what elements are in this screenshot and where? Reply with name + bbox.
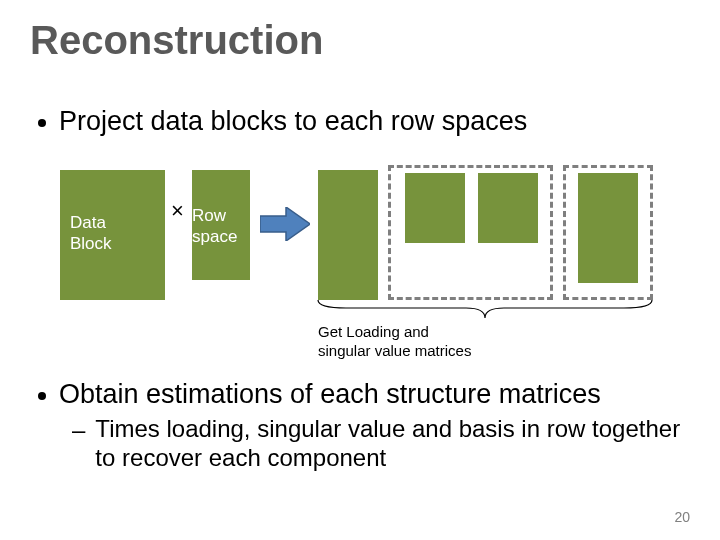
svg-marker-0	[260, 207, 310, 241]
page-number: 20	[674, 509, 690, 525]
proj-rect-1	[318, 170, 378, 300]
bullet-1-text: Project data blocks to each row spaces	[59, 105, 527, 137]
arrow-icon	[260, 207, 310, 241]
data-block-rect: DataBlock	[60, 170, 165, 300]
sub-bullet-1-text: Times loading, singular value and basis …	[95, 415, 685, 473]
brace-icon	[316, 298, 654, 320]
bullet-dot-icon	[38, 392, 46, 400]
slide-title: Reconstruction	[30, 18, 323, 63]
proj-rect-4	[578, 173, 638, 283]
proj-rect-3	[478, 173, 538, 243]
dash-icon: –	[72, 416, 85, 445]
bullet-2-text: Obtain estimations of each structure mat…	[59, 378, 601, 410]
bullet-dot-icon	[38, 119, 46, 127]
row-space-rect: Rowspace	[192, 170, 250, 280]
sub-bullet-1: – Times loading, singular value and basi…	[72, 415, 685, 473]
times-symbol: ×	[171, 198, 184, 224]
diagram: DataBlock × Rowspace Get Loading andsing…	[60, 165, 700, 330]
row-space-label: Rowspace	[192, 205, 237, 248]
proj-rect-2	[405, 173, 465, 243]
brace-label: Get Loading andsingular value matrices	[318, 323, 471, 361]
data-block-label: DataBlock	[70, 212, 112, 255]
bullet-2: Obtain estimations of each structure mat…	[38, 378, 601, 410]
bullet-1: Project data blocks to each row spaces	[38, 105, 527, 137]
